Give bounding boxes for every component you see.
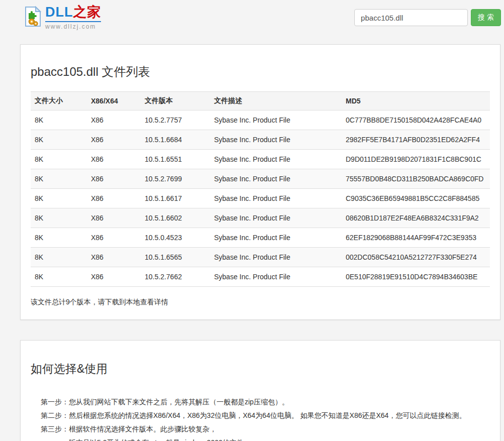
cell-desc: Sybase Inc. Product File [210,267,342,287]
table-row: 8K X86 10.5.1.6684 Sybase Inc. Product F… [31,130,490,150]
dll-file-icon [24,6,41,29]
cell-md5: 75557BD0B48CD311B250BADCA869C0FD [342,169,490,189]
cell-size: 8K [31,208,87,228]
cell-size: 8K [31,130,87,150]
cell-arch: X86 [87,248,141,267]
usage-card: 如何选择&使用 第一步：您从我们网站下载下来文件之后，先将其解压（一般都是zip… [20,340,500,441]
usage-step-1: 第一步：您从我们网站下载下来文件之后，先将其解压（一般都是zip压缩包）。 [41,395,490,409]
cell-version: 10.5.2.7662 [141,267,210,287]
cell-md5: 002DC058C54210A5212727F330F5E274 [342,248,490,267]
cell-size: 8K [31,111,87,130]
cell-desc: Sybase Inc. Product File [210,208,342,228]
column-header-size: 文件大小 [31,92,87,111]
cell-md5: D9D011DE2B9198D2071831F1C8BC901C [342,150,490,169]
search-input[interactable] [354,9,468,26]
file-table: 文件大小 X86/X64 文件版本 文件描述 MD5 8K X86 10.5.2… [31,91,490,287]
cell-size: 8K [31,248,87,267]
cell-arch: X86 [87,130,141,150]
cell-size: 8K [31,228,87,248]
search-button[interactable]: 搜 索 [471,9,501,26]
cell-arch: X86 [87,267,141,287]
column-header-arch: X86/X64 [87,92,141,111]
page: DLL之家 www.dllzj.com 搜 索 pbacc105.dll 文件列… [0,0,504,441]
cell-arch: X86 [87,228,141,248]
file-list-card: pbacc105.dll 文件列表 文件大小 X86/X64 文件版本 文件描述… [20,44,500,320]
cell-md5: 0E510F28819E91510D4C7894B34603BE [342,267,490,287]
cell-version: 10.5.1.6684 [141,130,210,150]
cell-version: 10.5.1.6551 [141,150,210,169]
cell-version: 10.5.2.7699 [141,169,210,189]
cell-desc: Sybase Inc. Product File [210,248,342,267]
cell-arch: X86 [87,169,141,189]
site-logo[interactable]: DLL之家 www.dllzj.com [24,6,101,30]
cell-size: 8K [31,150,87,169]
cell-arch: X86 [87,111,141,130]
cell-version: 10.5.1.6617 [141,189,210,208]
cell-desc: Sybase Inc. Product File [210,189,342,208]
cell-size: 8K [31,189,87,208]
cell-md5: 2982FF5E7B4171AFB0D2351ED62A2FF4 [342,130,490,150]
logo-text-cn: 之家 [73,5,101,20]
cell-desc: Sybase Inc. Product File [210,228,342,248]
table-row: 8K X86 10.5.2.7662 Sybase Inc. Product F… [31,267,490,287]
cell-version: 10.5.1.6565 [141,248,210,267]
column-header-desc: 文件描述 [210,92,342,111]
usage-step-2: 第二步：然后根据您系统的情况选择X86/X64，X86为32位电脑，X64为64… [41,409,490,422]
cell-arch: X86 [87,189,141,208]
table-row: 8K X86 10.5.1.6551 Sybase Inc. Product F… [31,150,490,169]
cell-size: 8K [31,169,87,189]
cell-version: 10.5.2.7757 [141,111,210,130]
table-row: 8K X86 10.5.1.6617 Sybase Inc. Product F… [31,189,490,208]
table-row: 8K X86 10.5.1.6602 Sybase Inc. Product F… [31,208,490,228]
logo-site-url: www.dllzj.com [45,24,101,30]
cell-version: 10.5.0.4523 [141,228,210,248]
cell-desc: Sybase Inc. Product File [210,130,342,150]
table-row: 8K X86 10.5.1.6565 Sybase Inc. Product F… [31,248,490,267]
cell-md5: 62EF1829068B88144AF99F472C3E9353 [342,228,490,248]
usage-step-3: 第三步：根据软件情况选择文件版本。此步骤比较复杂， [41,422,490,436]
site-header: DLL之家 www.dllzj.com 搜 索 [20,0,501,35]
cell-size: 8K [31,267,87,287]
cell-desc: Sybase Inc. Product File [210,111,342,130]
table-header-row: 文件大小 X86/X64 文件版本 文件描述 MD5 [31,92,490,111]
cell-arch: X86 [87,150,141,169]
cell-md5: C9035C36EB65949881B5CC2C8F884585 [342,189,490,208]
column-header-version: 文件版本 [141,92,210,111]
table-row: 8K X86 10.5.0.4523 Sybase Inc. Product F… [31,228,490,248]
table-row: 8K X86 10.5.2.7699 Sybase Inc. Product F… [31,169,490,189]
logo-text-en: DLL [45,5,73,20]
cell-version: 10.5.1.6602 [141,208,210,228]
usage-steps: 第一步：您从我们网站下载下来文件之后，先将其解压（一般都是zip压缩包）。 第二… [31,395,490,441]
usage-title: 如何选择&使用 [31,341,490,377]
logo-wordmark: DLL之家 [45,6,101,22]
cell-md5: 08620B1D187E2F48EA6B8324C331F9A2 [342,208,490,228]
cell-md5: 0C777BB8DE7150158D042A428FCAE4A0 [342,111,490,130]
cell-desc: Sybase Inc. Product File [210,169,342,189]
search-bar: 搜 索 [354,9,501,26]
file-count-note: 该文件总计9个版本，请下载到本地查看详情 [31,298,490,307]
page-title: pbacc105.dll 文件列表 [31,45,490,91]
table-row: 8K X86 10.5.2.7757 Sybase Inc. Product F… [31,111,490,130]
cell-desc: Sybase Inc. Product File [210,150,342,169]
column-header-md5: MD5 [342,92,490,111]
cell-arch: X86 [87,208,141,228]
usage-step-3-note-1: 版本号以5.0开头的或含有 nt 一般是windows2000的文件。 [41,436,490,441]
